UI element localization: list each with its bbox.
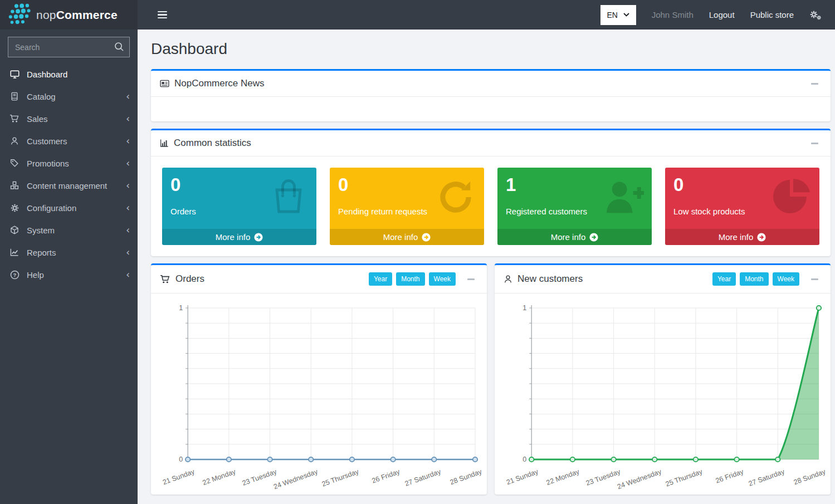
orders-month-button[interactable]: Month [396, 272, 424, 286]
registered-customers-stat-card: 1 Registered customers More info [497, 168, 652, 245]
sidebar-item-system[interactable]: System ‹ [0, 219, 138, 241]
new-customers-chart-title: New customers [504, 273, 583, 285]
sidebar-toggle-button[interactable] [154, 8, 170, 22]
sidebar: Dashboard Catalog ‹ Sales ‹ Customers ‹ … [0, 30, 138, 504]
svg-text:21 Sunday: 21 Sunday [505, 467, 540, 486]
cubes-icon [8, 181, 21, 190]
chevron-left-icon: ‹ [126, 203, 130, 213]
pie-chart-icon [771, 177, 812, 219]
registered-customers-more-info-link[interactable]: More info [497, 229, 652, 245]
sidebar-item-help[interactable]: ? Help ‹ [0, 263, 138, 286]
customers-year-button[interactable]: Year [712, 272, 736, 286]
orders-chart: 1021 Sunday22 Monday23 Tuesday24 Wednesd… [155, 299, 482, 492]
shopping-bag-icon [268, 177, 309, 219]
sidebar-item-sales[interactable]: Sales ‹ [0, 107, 138, 130]
news-collapse-button[interactable] [808, 81, 822, 87]
svg-text:1: 1 [179, 304, 183, 312]
user-icon [504, 275, 512, 283]
minus-icon [811, 278, 818, 280]
search-icon [114, 41, 125, 52]
statistics-panel-title: Common statistics [160, 138, 251, 149]
chevron-left-icon: ‹ [126, 114, 130, 124]
chevron-left-icon: ‹ [126, 159, 130, 168]
logout-link[interactable]: Logout [709, 10, 735, 19]
customers-collapse-button[interactable] [808, 276, 822, 282]
orders-chart-title: Orders [160, 273, 204, 285]
newspaper-icon [160, 79, 169, 88]
search-button[interactable] [112, 40, 126, 55]
refresh-icon [435, 177, 476, 220]
navbar-right: EN John Smith Logout Public store [600, 5, 835, 25]
sidebar-item-content-management[interactable]: Content management ‹ [0, 174, 138, 197]
svg-text:25 Thursday: 25 Thursday [321, 467, 360, 488]
sidebar-item-customers[interactable]: Customers ‹ [0, 130, 138, 152]
chevron-down-icon [623, 13, 629, 17]
svg-text:24 Wednesday: 24 Wednesday [272, 467, 319, 491]
orders-collapse-button[interactable] [464, 276, 478, 282]
desktop-icon [8, 70, 21, 79]
chevron-left-icon: ‹ [126, 248, 130, 257]
tag-icon [8, 159, 21, 168]
svg-text:26 Friday: 26 Friday [715, 467, 745, 485]
svg-text:22 Monday: 22 Monday [202, 467, 237, 487]
sidebar-item-configuration[interactable]: Configuration ‹ [0, 197, 138, 219]
low-stock-more-info-link[interactable]: More info [665, 229, 819, 245]
question-icon: ? [8, 270, 21, 280]
svg-text:22 Monday: 22 Monday [545, 467, 581, 487]
chevron-left-icon: ‹ [126, 136, 130, 146]
svg-text:1: 1 [523, 304, 526, 312]
chevron-left-icon: ‹ [126, 181, 130, 190]
svg-text:27 Saturday: 27 Saturday [748, 467, 786, 487]
customers-week-button[interactable]: Week [773, 272, 799, 286]
arrow-circle-right-icon [757, 233, 766, 242]
news-panel-body [151, 97, 831, 121]
chart-line-icon [8, 248, 21, 257]
brand-name: nopCommerce [36, 8, 118, 22]
new-customers-chart-panel: New customers Year Month Week 1021 Sunda… [495, 263, 831, 495]
minus-icon [467, 278, 475, 280]
svg-text:21 Sunday: 21 Sunday [162, 467, 196, 486]
main-content: Dashboard NopCommerce News Common statis… [138, 30, 835, 504]
language-select[interactable]: EN [600, 5, 636, 25]
chevron-left-icon: ‹ [126, 226, 130, 235]
svg-text:0: 0 [179, 456, 183, 463]
orders-stat-card: 0 Orders More info [162, 168, 316, 245]
sidebar-item-catalog[interactable]: Catalog ‹ [0, 85, 138, 107]
low-stock-stat-card: 0 Low stock products More info [665, 168, 819, 245]
svg-text:24 Wednesday: 24 Wednesday [616, 467, 663, 491]
svg-text:27 Saturday: 27 Saturday [404, 467, 442, 487]
pending-returns-more-info-link[interactable]: More info [330, 229, 484, 245]
minus-icon [811, 83, 818, 85]
orders-week-button[interactable]: Week [429, 272, 456, 286]
svg-text:28 Sunday: 28 Sunday [449, 467, 482, 486]
minus-icon [811, 143, 818, 144]
sidebar-item-reports[interactable]: Reports ‹ [0, 241, 138, 263]
statistics-cards-row: 0 Orders More info 0 Pending return requ… [151, 156, 831, 256]
page-title: Dashboard [151, 40, 831, 58]
news-panel-title: NopCommerce News [160, 78, 265, 89]
public-store-link[interactable]: Public store [750, 10, 794, 19]
svg-text:0: 0 [523, 456, 526, 463]
sidebar-item-dashboard[interactable]: Dashboard [0, 63, 138, 85]
svg-text:26 Friday: 26 Friday [371, 467, 402, 485]
arrow-circle-right-icon [589, 233, 598, 242]
charts-row: Orders Year Month Week 1021 Sunday22 Mon… [151, 263, 831, 495]
orders-year-button[interactable]: Year [369, 272, 392, 286]
arrow-circle-right-icon [422, 233, 431, 242]
settings-gears-icon[interactable] [809, 9, 822, 21]
statistics-collapse-button[interactable] [808, 140, 822, 146]
svg-text:?: ? [13, 272, 16, 277]
nopcommerce-dots-icon [6, 2, 31, 28]
brand-logo[interactable]: nopCommerce [0, 0, 138, 30]
orders-chart-panel: Orders Year Month Week 1021 Sunday22 Mon… [151, 263, 487, 495]
common-statistics-panel: Common statistics 0 Orders More info [151, 129, 831, 256]
customers-month-button[interactable]: Month [740, 272, 768, 286]
gears-icon [8, 203, 21, 213]
sidebar-item-promotions[interactable]: Promotions ‹ [0, 152, 138, 174]
pending-returns-stat-card: 0 Pending return requests More info [330, 168, 484, 245]
book-icon [8, 92, 21, 101]
cart-icon [160, 275, 170, 284]
orders-more-info-link[interactable]: More info [162, 229, 316, 245]
user-name-link[interactable]: John Smith [652, 10, 694, 19]
bar-chart-icon [160, 139, 169, 148]
